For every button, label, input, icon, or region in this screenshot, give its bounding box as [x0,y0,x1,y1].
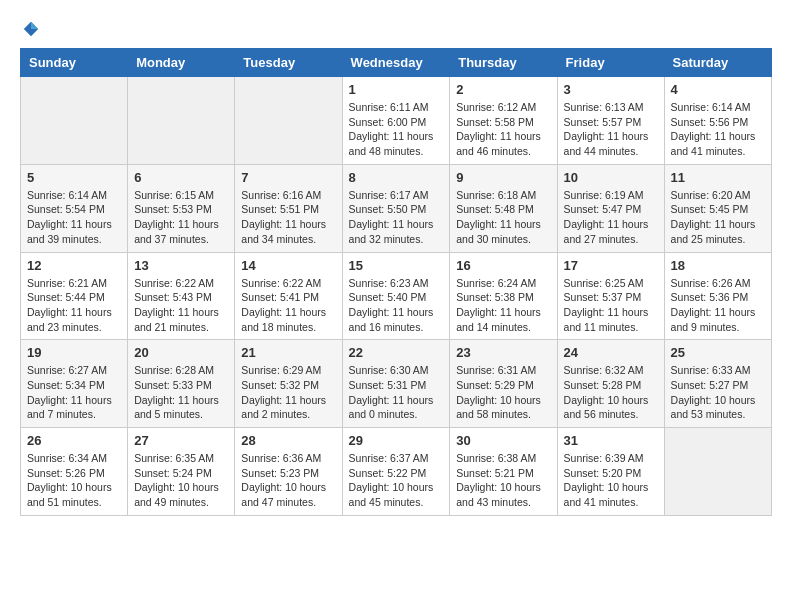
day-info: Sunrise: 6:16 AM Sunset: 5:51 PM Dayligh… [241,188,335,247]
calendar-table: SundayMondayTuesdayWednesdayThursdayFrid… [20,48,772,516]
day-number: 16 [456,258,550,273]
calendar-cell: 10Sunrise: 6:19 AM Sunset: 5:47 PM Dayli… [557,164,664,252]
day-info: Sunrise: 6:18 AM Sunset: 5:48 PM Dayligh… [456,188,550,247]
day-info: Sunrise: 6:11 AM Sunset: 6:00 PM Dayligh… [349,100,444,159]
day-header-thursday: Thursday [450,49,557,77]
day-info: Sunrise: 6:22 AM Sunset: 5:41 PM Dayligh… [241,276,335,335]
calendar-cell: 3Sunrise: 6:13 AM Sunset: 5:57 PM Daylig… [557,77,664,165]
calendar-cell: 17Sunrise: 6:25 AM Sunset: 5:37 PM Dayli… [557,252,664,340]
calendar-cell: 16Sunrise: 6:24 AM Sunset: 5:38 PM Dayli… [450,252,557,340]
calendar-cell: 5Sunrise: 6:14 AM Sunset: 5:54 PM Daylig… [21,164,128,252]
day-number: 3 [564,82,658,97]
day-info: Sunrise: 6:35 AM Sunset: 5:24 PM Dayligh… [134,451,228,510]
day-number: 31 [564,433,658,448]
day-number: 11 [671,170,765,185]
calendar-cell: 9Sunrise: 6:18 AM Sunset: 5:48 PM Daylig… [450,164,557,252]
calendar-cell: 22Sunrise: 6:30 AM Sunset: 5:31 PM Dayli… [342,340,450,428]
day-header-saturday: Saturday [664,49,771,77]
day-info: Sunrise: 6:22 AM Sunset: 5:43 PM Dayligh… [134,276,228,335]
calendar-cell: 19Sunrise: 6:27 AM Sunset: 5:34 PM Dayli… [21,340,128,428]
week-row-2: 5Sunrise: 6:14 AM Sunset: 5:54 PM Daylig… [21,164,772,252]
day-number: 5 [27,170,121,185]
day-number: 17 [564,258,658,273]
week-row-5: 26Sunrise: 6:34 AM Sunset: 5:26 PM Dayli… [21,428,772,516]
day-number: 6 [134,170,228,185]
day-info: Sunrise: 6:25 AM Sunset: 5:37 PM Dayligh… [564,276,658,335]
day-info: Sunrise: 6:37 AM Sunset: 5:22 PM Dayligh… [349,451,444,510]
calendar-cell: 8Sunrise: 6:17 AM Sunset: 5:50 PM Daylig… [342,164,450,252]
calendar-cell: 2Sunrise: 6:12 AM Sunset: 5:58 PM Daylig… [450,77,557,165]
calendar-cell: 14Sunrise: 6:22 AM Sunset: 5:41 PM Dayli… [235,252,342,340]
day-info: Sunrise: 6:33 AM Sunset: 5:27 PM Dayligh… [671,363,765,422]
day-info: Sunrise: 6:24 AM Sunset: 5:38 PM Dayligh… [456,276,550,335]
day-number: 21 [241,345,335,360]
day-info: Sunrise: 6:20 AM Sunset: 5:45 PM Dayligh… [671,188,765,247]
day-number: 26 [27,433,121,448]
day-header-sunday: Sunday [21,49,128,77]
day-info: Sunrise: 6:32 AM Sunset: 5:28 PM Dayligh… [564,363,658,422]
day-number: 23 [456,345,550,360]
calendar-cell: 26Sunrise: 6:34 AM Sunset: 5:26 PM Dayli… [21,428,128,516]
calendar-cell [664,428,771,516]
calendar-cell: 24Sunrise: 6:32 AM Sunset: 5:28 PM Dayli… [557,340,664,428]
calendar-cell: 28Sunrise: 6:36 AM Sunset: 5:23 PM Dayli… [235,428,342,516]
calendar-cell: 6Sunrise: 6:15 AM Sunset: 5:53 PM Daylig… [128,164,235,252]
day-header-wednesday: Wednesday [342,49,450,77]
calendar-cell: 11Sunrise: 6:20 AM Sunset: 5:45 PM Dayli… [664,164,771,252]
day-number: 22 [349,345,444,360]
calendar-cell: 30Sunrise: 6:38 AM Sunset: 5:21 PM Dayli… [450,428,557,516]
day-info: Sunrise: 6:19 AM Sunset: 5:47 PM Dayligh… [564,188,658,247]
calendar-cell: 13Sunrise: 6:22 AM Sunset: 5:43 PM Dayli… [128,252,235,340]
day-number: 9 [456,170,550,185]
day-info: Sunrise: 6:12 AM Sunset: 5:58 PM Dayligh… [456,100,550,159]
week-row-1: 1Sunrise: 6:11 AM Sunset: 6:00 PM Daylig… [21,77,772,165]
day-header-monday: Monday [128,49,235,77]
week-row-4: 19Sunrise: 6:27 AM Sunset: 5:34 PM Dayli… [21,340,772,428]
page-header [20,20,772,38]
day-number: 14 [241,258,335,273]
calendar-cell: 23Sunrise: 6:31 AM Sunset: 5:29 PM Dayli… [450,340,557,428]
day-number: 4 [671,82,765,97]
calendar-cell: 29Sunrise: 6:37 AM Sunset: 5:22 PM Dayli… [342,428,450,516]
calendar-cell [235,77,342,165]
day-number: 15 [349,258,444,273]
day-number: 28 [241,433,335,448]
calendar-cell [128,77,235,165]
day-info: Sunrise: 6:28 AM Sunset: 5:33 PM Dayligh… [134,363,228,422]
calendar-cell: 7Sunrise: 6:16 AM Sunset: 5:51 PM Daylig… [235,164,342,252]
day-info: Sunrise: 6:30 AM Sunset: 5:31 PM Dayligh… [349,363,444,422]
calendar-cell: 31Sunrise: 6:39 AM Sunset: 5:20 PM Dayli… [557,428,664,516]
day-info: Sunrise: 6:23 AM Sunset: 5:40 PM Dayligh… [349,276,444,335]
day-number: 25 [671,345,765,360]
day-number: 27 [134,433,228,448]
day-info: Sunrise: 6:38 AM Sunset: 5:21 PM Dayligh… [456,451,550,510]
day-info: Sunrise: 6:26 AM Sunset: 5:36 PM Dayligh… [671,276,765,335]
calendar-cell: 27Sunrise: 6:35 AM Sunset: 5:24 PM Dayli… [128,428,235,516]
calendar-cell: 20Sunrise: 6:28 AM Sunset: 5:33 PM Dayli… [128,340,235,428]
day-info: Sunrise: 6:21 AM Sunset: 5:44 PM Dayligh… [27,276,121,335]
day-number: 20 [134,345,228,360]
day-info: Sunrise: 6:15 AM Sunset: 5:53 PM Dayligh… [134,188,228,247]
day-number: 24 [564,345,658,360]
logo [20,20,42,38]
day-number: 30 [456,433,550,448]
day-number: 10 [564,170,658,185]
day-number: 7 [241,170,335,185]
day-number: 18 [671,258,765,273]
calendar-cell: 1Sunrise: 6:11 AM Sunset: 6:00 PM Daylig… [342,77,450,165]
day-info: Sunrise: 6:17 AM Sunset: 5:50 PM Dayligh… [349,188,444,247]
day-info: Sunrise: 6:14 AM Sunset: 5:56 PM Dayligh… [671,100,765,159]
day-number: 12 [27,258,121,273]
calendar-cell [21,77,128,165]
day-info: Sunrise: 6:36 AM Sunset: 5:23 PM Dayligh… [241,451,335,510]
logo-icon [22,20,40,38]
day-number: 19 [27,345,121,360]
day-number: 8 [349,170,444,185]
day-number: 1 [349,82,444,97]
calendar-header-row: SundayMondayTuesdayWednesdayThursdayFrid… [21,49,772,77]
day-info: Sunrise: 6:14 AM Sunset: 5:54 PM Dayligh… [27,188,121,247]
day-info: Sunrise: 6:29 AM Sunset: 5:32 PM Dayligh… [241,363,335,422]
calendar-cell: 18Sunrise: 6:26 AM Sunset: 5:36 PM Dayli… [664,252,771,340]
calendar-cell: 21Sunrise: 6:29 AM Sunset: 5:32 PM Dayli… [235,340,342,428]
day-info: Sunrise: 6:13 AM Sunset: 5:57 PM Dayligh… [564,100,658,159]
